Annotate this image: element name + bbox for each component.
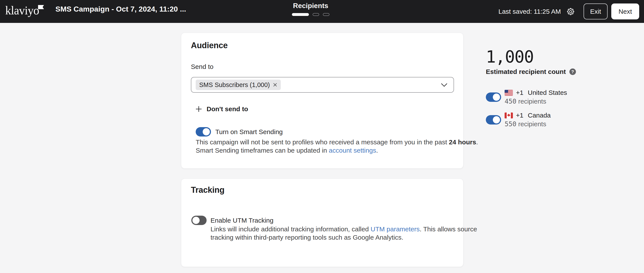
send-to-combobox[interactable]: SMS Subscribers (1,000) [191,77,454,93]
last-saved-text: Last saved: 11:25 AM [498,8,561,15]
smart-sending-label: Turn on Smart Sending [215,128,283,136]
klaviyo-logo-text: klaviyo [5,4,39,17]
smart-sending-hours: 24 hours [449,138,476,146]
region-name: Canada [528,112,551,119]
remove-tag-icon[interactable] [273,83,277,87]
utm-desc-line2: tracking within third-party reporting to… [210,233,477,242]
dont-send-to-label: Don't send to [206,105,248,113]
utm-tracking-row: Enable UTM Tracking Links will include a… [191,216,477,242]
progress-pills [292,13,330,16]
toggle-knob [192,217,200,224]
settings-gear-icon[interactable] [566,7,575,16]
smart-sending-row: Turn on Smart Sending [196,127,283,136]
step-label: Recipients [293,2,328,9]
smart-sending-desc-line1: This campaign will not be sent to profil… [196,138,478,146]
progress-step-3 [323,13,330,16]
exit-button[interactable]: Exit [584,3,608,19]
us-flag-icon [504,90,513,96]
audience-tag: SMS Subscribers (1,000) [196,80,281,90]
region-name: United States [528,89,567,96]
next-button[interactable]: Next [611,3,639,19]
region-list: +1 United States 450 recipients +1 Canad… [486,89,626,128]
united-states-toggle[interactable] [486,92,501,102]
dont-send-to-button[interactable]: Don't send to [195,105,248,113]
tracking-card: Tracking Enable UTM Tracking Links will … [181,179,463,267]
utm-tracking-toggle[interactable] [191,216,206,225]
region-code: +1 [516,112,523,119]
canada-flag-icon [504,112,513,118]
region-recipients: 450 recipients [504,97,567,105]
smart-sending-toggle[interactable] [196,127,211,136]
klaviyo-flag-icon [38,5,44,9]
audience-tag-label: SMS Subscribers (1,000) [199,81,270,88]
utm-tracking-description: Links will include additional tracking i… [210,225,477,242]
region-code: +1 [516,89,523,96]
chevron-down-icon[interactable] [441,83,448,87]
utm-desc-line1: Links will include additional tracking i… [210,225,477,233]
estimated-recipient-label: Estimated recipient count [486,68,566,75]
recipient-summary: 1,000 Estimated recipient count ? +1 Uni… [486,47,626,128]
region-row-united-states: +1 United States 450 recipients [486,89,626,105]
audience-title: Audience [191,41,228,50]
stepper: Recipients [292,2,330,16]
smart-sending-description: This campaign will not be sent to profil… [196,138,478,155]
topbar: klaviyo SMS Campaign - Oct 7, 2024, 11:2… [0,0,644,23]
tracking-title: Tracking [191,185,224,195]
smart-sending-desc-line2: Smart Sending timeframes can be updated … [196,146,478,155]
plus-icon [195,106,202,112]
topbar-actions: Last saved: 11:25 AM Exit Next [498,0,639,23]
send-to-label: Send to [191,63,213,70]
estimated-recipient-count: 1,000 [486,47,626,66]
toggle-knob [493,94,500,101]
utm-tracking-label: Enable UTM Tracking [210,216,477,225]
campaign-title: SMS Campaign - Oct 7, 2024, 11:20 ... [56,5,186,13]
progress-step-2 [312,13,319,16]
canada-toggle[interactable] [486,115,501,124]
account-settings-link[interactable]: account settings [329,147,376,154]
toggle-knob [493,116,500,123]
utm-parameters-link[interactable]: UTM parameters [371,226,420,233]
region-row-canada: +1 Canada 550 recipients [486,112,626,128]
toggle-knob [203,128,210,135]
help-icon[interactable]: ? [570,68,576,75]
audience-card: Audience Send to SMS Subscribers (1,000)… [181,33,463,169]
klaviyo-logo[interactable]: klaviyo [5,2,39,19]
progress-step-1 [292,13,309,16]
region-recipients: 550 recipients [504,120,551,128]
